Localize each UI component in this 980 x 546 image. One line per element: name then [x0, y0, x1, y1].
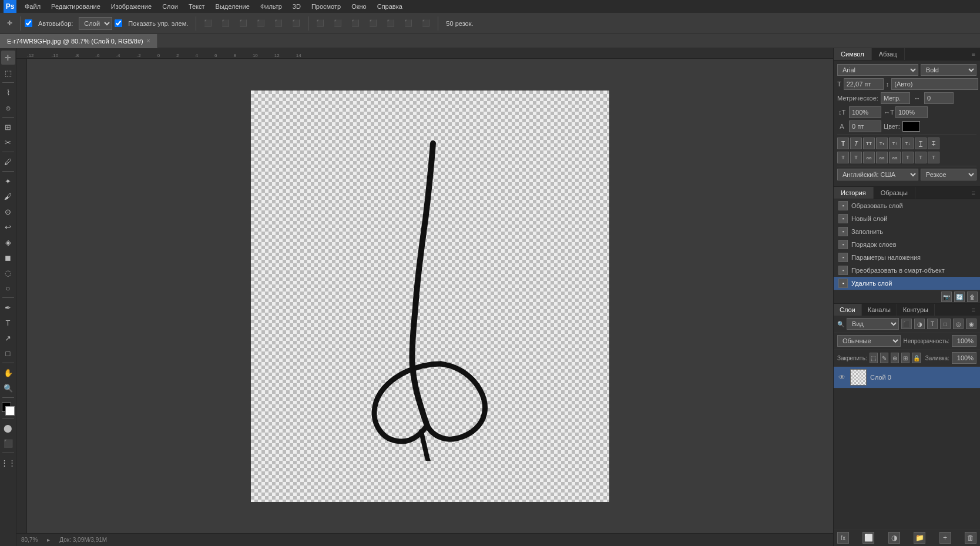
- history-item-4[interactable]: ▪ Параметры наложения: [834, 251, 980, 264]
- tab-swatches[interactable]: Образцы: [874, 187, 915, 199]
- distribute-right-btn[interactable]: ⬛: [348, 16, 363, 31]
- style-strike-btn[interactable]: T: [928, 138, 939, 149]
- new-doc-btn[interactable]: 🔄: [954, 292, 965, 302]
- tab-paths[interactable]: Контуры: [897, 304, 935, 316]
- history-item-2[interactable]: ▪ Заполнить: [834, 225, 980, 238]
- new-layer-btn[interactable]: +: [939, 532, 951, 544]
- align-center-btn[interactable]: ⬛: [218, 16, 233, 31]
- menu-help[interactable]: Справка: [372, 2, 407, 11]
- distribute-center-btn[interactable]: ⬛: [330, 16, 345, 31]
- auto-select-dropdown[interactable]: Слой: [79, 17, 112, 30]
- menu-3d[interactable]: 3D: [288, 2, 306, 11]
- history-item-3[interactable]: ▪ Порядок слоев: [834, 238, 980, 251]
- text-tool[interactable]: T: [1, 316, 15, 330]
- gradient-tool[interactable]: ◼: [1, 250, 15, 264]
- tab-layers[interactable]: Слои: [834, 304, 862, 316]
- style-sub-btn[interactable]: T↓: [902, 138, 914, 149]
- brush-tool[interactable]: 🖌: [1, 189, 15, 203]
- history-panel-menu[interactable]: ≡: [967, 187, 980, 199]
- style-aa-crisp-btn[interactable]: aa: [876, 152, 888, 163]
- aa-method-select[interactable]: Резкое: [921, 169, 976, 180]
- font-family-select[interactable]: Arial: [837, 64, 918, 76]
- font-size-input[interactable]: [844, 78, 884, 90]
- distribute-sp-btn[interactable]: ⬛: [418, 16, 434, 31]
- layer-filter-type-btn[interactable]: T: [927, 319, 938, 329]
- add-layer-style-btn[interactable]: fx: [837, 532, 849, 544]
- lock-position-btn[interactable]: ✎: [880, 353, 888, 363]
- symbol-panel-menu[interactable]: ≡: [967, 48, 980, 60]
- lock-all-btn[interactable]: 🔒: [912, 353, 920, 363]
- lock-move-btn[interactable]: ⊞: [901, 353, 909, 363]
- add-mask-btn[interactable]: ⬜: [862, 532, 874, 544]
- dodge-tool[interactable]: ○: [1, 281, 15, 295]
- delete-history-btn[interactable]: 🗑: [967, 292, 978, 302]
- screen-mode-btn[interactable]: ⬛: [1, 436, 15, 450]
- selection-tool[interactable]: ⬚: [1, 66, 15, 80]
- layers-filter-select[interactable]: Вид: [847, 318, 899, 330]
- layer-item-0[interactable]: 👁 Слой 0: [834, 367, 980, 388]
- leading-input[interactable]: [891, 78, 978, 90]
- auto-select-checkbox[interactable]: [25, 19, 32, 27]
- snapshot-btn[interactable]: 📷: [941, 292, 952, 302]
- style-t1-btn[interactable]: T: [902, 152, 914, 163]
- fill-input[interactable]: [952, 352, 976, 364]
- show-controls-checkbox[interactable]: [115, 19, 122, 27]
- menu-file[interactable]: Файл: [20, 2, 45, 11]
- new-group-btn[interactable]: 📁: [914, 532, 925, 544]
- style-italic-btn[interactable]: T: [850, 138, 862, 149]
- kerning-input[interactable]: [881, 92, 910, 104]
- align-bottom-btn[interactable]: ⬛: [288, 16, 304, 31]
- layer-filter-pixel-btn[interactable]: ⬛: [901, 319, 912, 329]
- baseline-input[interactable]: [849, 120, 881, 132]
- style-t3-btn[interactable]: T: [928, 152, 939, 163]
- quick-mask-tool[interactable]: ⬤: [1, 421, 15, 435]
- history-item-5[interactable]: ▪ Преобразовать в смарт-объект: [834, 264, 980, 277]
- menu-text[interactable]: Текст: [184, 2, 210, 11]
- align-middle-btn[interactable]: ⬛: [271, 16, 286, 31]
- canvas-scroll[interactable]: [27, 59, 833, 533]
- zoom-tool[interactable]: 🔍: [1, 381, 15, 395]
- menu-window[interactable]: Окно: [347, 2, 371, 11]
- distribute-left-btn[interactable]: ⬛: [313, 16, 328, 31]
- lasso-tool[interactable]: ⌇: [1, 85, 15, 99]
- style-ligature-btn[interactable]: T: [837, 152, 849, 163]
- style-t2-btn[interactable]: T: [915, 152, 927, 163]
- style-underline-btn[interactable]: T: [915, 138, 927, 149]
- layers-panel-menu[interactable]: ≡: [967, 304, 980, 316]
- font-style-select[interactable]: Bold: [921, 64, 976, 76]
- tab-paragraph[interactable]: Абзац: [872, 48, 905, 60]
- layer-filter-adjust-btn[interactable]: ◑: [914, 319, 925, 329]
- language-select[interactable]: Английский: США: [837, 169, 918, 180]
- style-aa-sharp-btn[interactable]: aa: [863, 152, 875, 163]
- scale-h-input[interactable]: [895, 106, 928, 118]
- menu-image[interactable]: Изображение: [106, 2, 156, 11]
- style-discretionary-btn[interactable]: T: [850, 152, 862, 163]
- text-color-swatch[interactable]: [902, 121, 920, 132]
- move-tool-btn[interactable]: ✛: [4, 16, 16, 31]
- history-item-1[interactable]: ▪ Новый слой: [834, 212, 980, 225]
- delete-layer-btn[interactable]: 🗑: [965, 532, 976, 544]
- shape-tool[interactable]: □: [1, 346, 15, 360]
- distribute-bottom-btn[interactable]: ⬛: [401, 16, 416, 31]
- style-smallcaps-btn[interactable]: Tт: [876, 138, 888, 149]
- lock-pixels-btn[interactable]: ⬚: [870, 353, 878, 363]
- style-super-btn[interactable]: T↑: [889, 138, 901, 149]
- history-brush-tool[interactable]: ↩: [1, 220, 15, 234]
- opacity-input[interactable]: [952, 335, 976, 347]
- background-color[interactable]: [5, 406, 15, 416]
- style-bold-btn[interactable]: T: [837, 138, 849, 149]
- quick-select-tool[interactable]: ⌾: [1, 101, 15, 115]
- history-item-0[interactable]: ▪ Образовать слой: [834, 199, 980, 212]
- adjustment-layer-btn[interactable]: ◑: [888, 532, 900, 544]
- move-tool[interactable]: ✛: [1, 51, 15, 65]
- blur-tool[interactable]: ◌: [1, 266, 15, 280]
- style-allcaps-btn[interactable]: TT: [863, 138, 875, 149]
- history-item-6[interactable]: ▪ Удалить слой: [834, 277, 980, 290]
- crop-tool[interactable]: ⊞: [1, 120, 15, 134]
- stamp-tool[interactable]: ⊙: [1, 205, 15, 219]
- tab-history[interactable]: История: [834, 187, 874, 199]
- distribute-middle-btn[interactable]: ⬛: [383, 16, 398, 31]
- layer-filter-toggle-btn[interactable]: ◉: [966, 319, 976, 329]
- layer-filter-shape-btn[interactable]: □: [940, 319, 951, 329]
- menu-select[interactable]: Выделение: [211, 2, 254, 11]
